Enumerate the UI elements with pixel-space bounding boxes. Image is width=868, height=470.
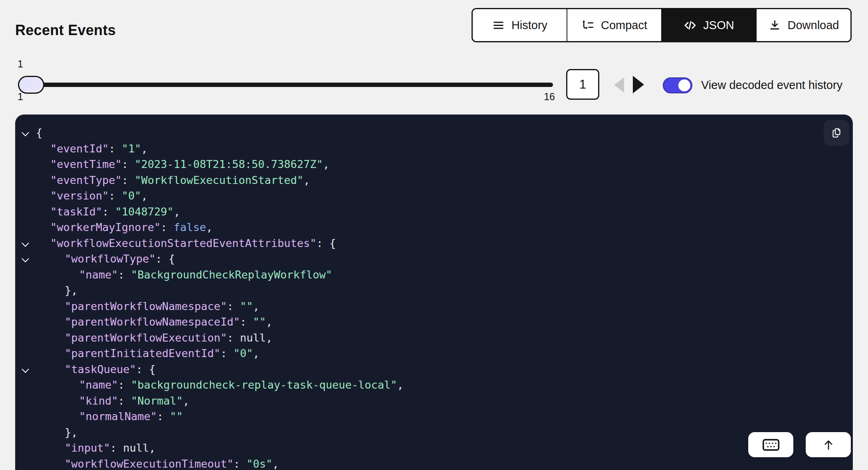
code-line: }, xyxy=(15,425,853,440)
code-line: "kind": "Normal", xyxy=(15,393,853,409)
code-line: "workflowExecutionStartedEventAttributes… xyxy=(15,235,853,251)
collapse-chevron-icon[interactable] xyxy=(22,130,28,136)
tab-json[interactable]: JSON xyxy=(661,9,756,41)
next-event-button[interactable] xyxy=(633,76,644,93)
code-line: "name": "BackgroundCheckReplayWorkflow" xyxy=(15,267,853,283)
keyboard-icon xyxy=(762,438,780,451)
slider-current-value-label: 1 xyxy=(18,58,23,70)
decode-event-history-toggle[interactable] xyxy=(663,77,692,93)
code-line: "input": null, xyxy=(15,440,853,456)
tab-history[interactable]: History xyxy=(473,9,567,41)
collapse-chevron-icon[interactable] xyxy=(22,256,28,262)
code-line: "eventTime": "2023-11-08T21:58:50.738627… xyxy=(15,156,853,172)
json-code-icon xyxy=(684,19,697,32)
code-line: "taskId": "1048729", xyxy=(15,204,853,220)
code-line: { xyxy=(15,125,853,141)
collapse-chevron-icon[interactable] xyxy=(22,241,28,247)
code-line: "workflowExecutionTimeout": "0s", xyxy=(15,456,853,470)
code-line: "parentWorkflowExecution": null, xyxy=(15,330,853,346)
copy-button[interactable] xyxy=(824,120,849,146)
code-line: "eventType": "WorkflowExecutionStarted", xyxy=(15,172,853,188)
code-line: "taskQueue": { xyxy=(15,361,853,377)
code-line: "workflowType": { xyxy=(15,251,853,267)
code-line: "parentInitiatedEventId": "0", xyxy=(15,346,853,361)
page-title: Recent Events xyxy=(15,22,116,39)
download-icon xyxy=(768,19,781,32)
code-line: "eventId": "1", xyxy=(15,141,853,157)
code-line: "name": "backgroundcheck-replay-task-que… xyxy=(15,377,853,393)
tab-compact[interactable]: Compact xyxy=(567,9,661,41)
code-line: "version": "0", xyxy=(15,188,853,204)
keyboard-shortcuts-button[interactable] xyxy=(748,432,793,457)
event-slider-track[interactable] xyxy=(30,83,553,87)
json-event-viewer[interactable]: {"eventId": "1","eventTime": "2023-11-08… xyxy=(15,115,853,470)
prev-event-button[interactable] xyxy=(614,77,624,93)
slider-min-label: 1 xyxy=(18,91,23,103)
scroll-top-icon xyxy=(821,438,836,452)
code-line: "normalName": "" xyxy=(15,409,853,425)
scroll-to-top-button[interactable] xyxy=(806,432,851,457)
code-line: }, xyxy=(15,282,853,298)
history-icon xyxy=(492,19,505,32)
decode-toggle-label: View decoded event history xyxy=(701,79,842,92)
tab-history-label: History xyxy=(511,19,547,32)
download-button-label: Download xyxy=(788,19,839,32)
tab-compact-label: Compact xyxy=(601,19,647,32)
code-line: "parentWorkflowNamespaceId": "", xyxy=(15,314,853,330)
compact-icon xyxy=(581,19,595,32)
view-mode-button-group: History Compact JSON Download xyxy=(472,8,852,42)
collapse-chevron-icon[interactable] xyxy=(22,367,28,373)
json-viewer-lines: {"eventId": "1","eventTime": "2023-11-08… xyxy=(15,125,853,470)
toggle-knob xyxy=(678,79,690,91)
event-number-input[interactable] xyxy=(566,69,599,100)
tab-json-label: JSON xyxy=(703,19,734,32)
slider-max-label: 16 xyxy=(537,91,555,103)
code-line: "parentWorkflowNamespace": "", xyxy=(15,298,853,314)
code-line: "workerMayIgnore": false, xyxy=(15,219,853,235)
download-button[interactable]: Download xyxy=(756,9,850,41)
copy-icon xyxy=(830,126,843,140)
